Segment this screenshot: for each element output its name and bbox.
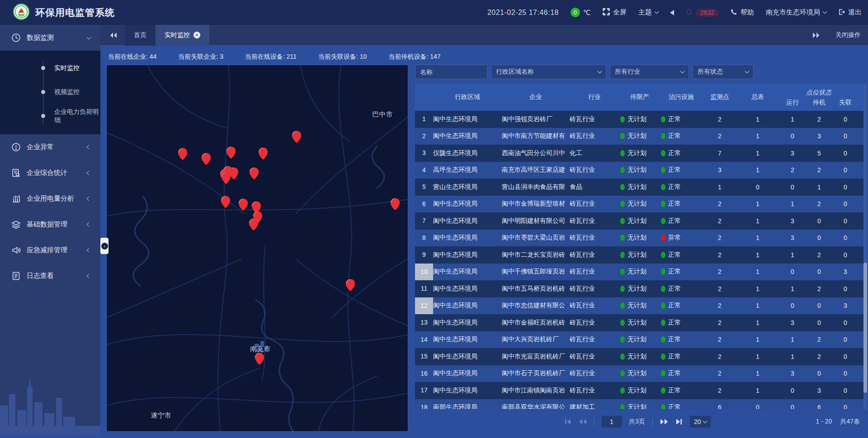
table-row[interactable]: 1阆中生态环境局阆中强锐页岩砖厂砖瓦行业无计划正常21120 xyxy=(415,111,863,128)
cell-facility: 正常 xyxy=(660,217,703,225)
logout-button[interactable]: 退出 xyxy=(838,8,862,17)
region-select[interactable]: 行政区域名称 xyxy=(491,65,606,79)
map-pin-12[interactable] xyxy=(238,198,248,212)
tab-label: 首页 xyxy=(134,31,146,39)
table-row[interactable]: 6阆中生态环境局阆中市金博瑞新型墙材砖瓦行业无计划正常21120 xyxy=(415,196,863,213)
facility-text: 正常 xyxy=(668,217,681,225)
table-row[interactable]: 3仪陇生态环境局西南油气田分公司川中化工无计划正常71350 xyxy=(415,145,863,162)
table-row[interactable]: 14阆中生态环境局阆中大兴页岩机砖厂砖瓦行业无计划正常21120 xyxy=(415,331,863,349)
tab-bar: 首页实时监控✕ 关闭操作 xyxy=(100,25,868,46)
sidebar-item-label: 企业综合统计 xyxy=(27,169,67,177)
table-scrollbar[interactable] xyxy=(863,84,867,409)
cell-company: 阆中市石子页岩机砖厂 xyxy=(502,369,570,377)
help-button[interactable]: 帮助 xyxy=(731,8,754,17)
tabs-scroll-right-icon[interactable] xyxy=(812,32,820,38)
first-page-button[interactable] xyxy=(564,419,571,425)
status-dot-icon xyxy=(661,387,665,394)
tabs-scroll-left-icon[interactable] xyxy=(109,32,118,38)
tab-实时监控[interactable]: 实时监控✕ xyxy=(156,25,209,46)
tab-close-icon[interactable]: ✕ xyxy=(193,32,200,38)
table-row[interactable]: 4高坪生态环境局南充市高坪区王家店建砖瓦行业无计划正常31220 xyxy=(415,162,863,179)
cell-rownum: 13 xyxy=(415,314,433,331)
top-header: 环保用电监管系统 2021-02-25 17:46:18 0 ℃ 全屏 主题 xyxy=(0,0,868,25)
status-dot-icon xyxy=(661,252,665,258)
map-pin-18[interactable] xyxy=(255,353,264,366)
sidebar-subitem-企业电力负荷明细[interactable]: 企业电力负荷明细 xyxy=(0,104,100,128)
table-row[interactable]: 12阆中生态环境局阆中市忠信建材有限公砖瓦行业无计划正常21003 xyxy=(415,297,863,315)
stat-label: 当前在线设备: xyxy=(245,53,287,60)
cell-lost: 0 xyxy=(832,404,859,409)
map-pin-1[interactable] xyxy=(292,131,301,144)
table-row[interactable]: 10阆中生态环境局阆中千佛镇五郎垭页岩砖瓦行业无计划正常21003 xyxy=(415,264,863,281)
map-pin-2[interactable] xyxy=(178,148,188,161)
map-pin-4[interactable] xyxy=(226,146,236,160)
table-row[interactable]: 16阆中生态环境局阆中市石子页岩机砖厂砖瓦行业无计划正常21300 xyxy=(415,365,863,382)
stat-label: 当前停机设备: xyxy=(388,53,430,60)
close-operations-button[interactable]: 关闭操作 xyxy=(835,31,861,39)
table-row[interactable]: 13阆中生态环境局阆中市金福旺页岩机砖砖瓦行业无计划正常21300 xyxy=(415,314,863,331)
status-dot-icon xyxy=(661,218,665,224)
plan-text: 无计划 xyxy=(627,386,646,395)
status-select[interactable]: 所有状态 xyxy=(693,65,754,79)
cell-run: 0 xyxy=(778,404,807,409)
sidebar-subitem-视频监控[interactable]: 视频监控 xyxy=(0,80,100,104)
table-row[interactable]: 5营山生态环境局营山县润丰肉食品有限食品无计划正常10010 xyxy=(415,179,863,196)
cell-run: 1 xyxy=(778,251,807,259)
status-dot-icon xyxy=(661,286,665,292)
fullscreen-button[interactable]: 全屏 xyxy=(603,8,627,17)
notifications[interactable]: 2632 xyxy=(686,8,719,17)
map-collapse-button[interactable]: ‹ xyxy=(100,238,108,254)
sidebar-item-1[interactable]: 数据监测 xyxy=(0,25,100,51)
cell-meters: 1 xyxy=(737,251,778,259)
mute-button[interactable] xyxy=(670,10,674,15)
map-pin-3[interactable] xyxy=(201,153,211,166)
status-dot-icon xyxy=(661,353,665,360)
cell-lost: 0 xyxy=(832,234,859,241)
table-row[interactable]: 17阆中生态环境局阆中市江南镇阆南页岩砖瓦行业无计划正常21030 xyxy=(415,382,863,399)
page-size-select[interactable]: 20 xyxy=(690,416,711,428)
sidebar-item-2[interactable]: 企业异常 xyxy=(0,134,100,160)
table-row[interactable]: 15阆中生态环境局阆中市光富页岩机砖厂砖瓦行业无计划正常21120 xyxy=(415,348,863,365)
table-row[interactable]: 8阆中生态环境局阆中市枣碧大梁山页岩砖瓦行业无计划异常21300 xyxy=(415,230,863,247)
map-pin-9[interactable] xyxy=(222,172,231,185)
sidebar-item-7[interactable]: 日志查看 xyxy=(0,263,100,289)
cell-region: 阆中生态环境局 xyxy=(433,234,502,242)
cell-facility: 正常 xyxy=(660,353,703,361)
map-pin-5[interactable] xyxy=(259,147,268,160)
next-page-button[interactable] xyxy=(660,419,668,425)
map-pin-17[interactable] xyxy=(346,279,355,292)
theme-menu[interactable]: 主题 xyxy=(638,8,658,17)
cell-region: 仪陇生态环境局 xyxy=(433,149,502,157)
sidebar-item-3[interactable]: 企业综合统计 xyxy=(0,160,100,186)
map-panel[interactable]: 巴中市南充市遂宁市 ‹ xyxy=(106,65,408,432)
alert-icon xyxy=(11,142,21,152)
sidebar-item-6[interactable]: 应急减排管理 xyxy=(0,237,100,263)
cell-stop: 2 xyxy=(807,353,832,360)
scrollbar-thumb[interactable] xyxy=(863,263,867,393)
map-pin-16[interactable] xyxy=(391,198,400,211)
map-pin-15[interactable] xyxy=(249,218,259,231)
cell-facility: 正常 xyxy=(660,251,703,259)
table-row[interactable]: 9阆中生态环境局阆中市二龙长宝页岩砖砖瓦行业无计划正常21120 xyxy=(415,246,863,264)
org-menu[interactable]: 南充市生态环境局 xyxy=(766,8,826,17)
name-search-input[interactable] xyxy=(415,65,487,79)
tab-首页[interactable]: 首页 xyxy=(125,25,156,46)
cell-rownum: 2 xyxy=(415,128,433,145)
sidebar-item-4[interactable]: 企业用电量分析 xyxy=(0,186,100,212)
table-row[interactable]: 2阆中生态环境局阆中市南方节能建材有砖瓦行业无计划正常21030 xyxy=(415,128,863,145)
cell-plan: 无计划 xyxy=(619,132,660,140)
table-row[interactable]: 11阆中生态环境局阆中市五马桥页岩机砖砖瓦行业无计划正常21120 xyxy=(415,280,863,297)
cell-points: 2 xyxy=(703,370,737,377)
sidebar-item-5[interactable]: 基础数据管理 xyxy=(0,212,100,237)
last-page-button[interactable] xyxy=(675,419,683,425)
prev-page-button[interactable] xyxy=(579,419,587,425)
industry-select[interactable]: 所有行业 xyxy=(610,65,689,79)
cell-rownum: 11 xyxy=(415,280,433,297)
page-number-input[interactable]: 1 xyxy=(602,416,622,428)
map-pin-10[interactable] xyxy=(250,167,259,180)
table-row[interactable]: 18南部生态环境局南部县双华水泥有限公建材加工无计划正常60060 xyxy=(415,399,863,410)
sidebar-subitem-实时监控[interactable]: 实时监控 xyxy=(0,56,100,80)
total-count-label: 共47条 xyxy=(840,418,860,426)
map-pin-11[interactable] xyxy=(221,196,231,209)
table-row[interactable]: 7阆中生态环境局阆中明阳建材有限公司砖瓦行业无计划正常21300 xyxy=(415,212,863,230)
